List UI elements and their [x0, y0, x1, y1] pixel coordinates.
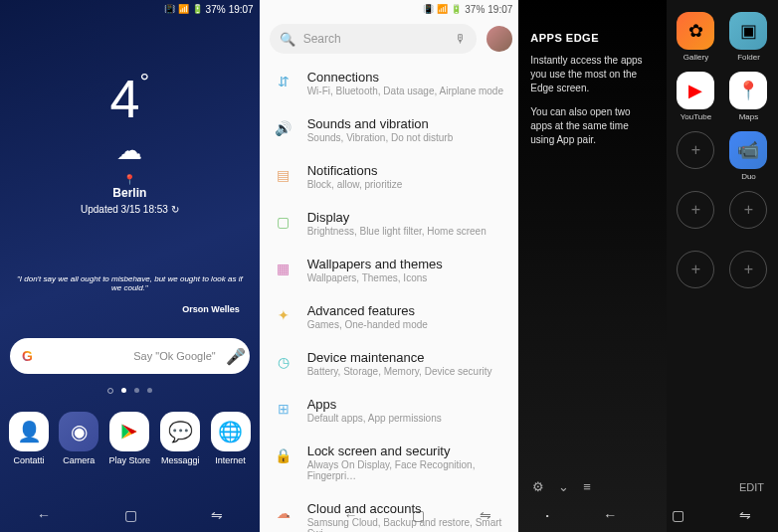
temperature: 4: [110, 69, 140, 128]
edge-apps-panel[interactable]: ✿Gallery▣Folder▶YouTube📍Maps+ 📹Duo+ + + …: [667, 0, 778, 532]
edge-empty-slot[interactable]: +: [673, 131, 719, 181]
battery-icon: 🔋: [451, 4, 462, 14]
internet-icon: 🌐: [211, 412, 251, 451]
menu-icon[interactable]: ≡: [583, 479, 591, 494]
add-icon: +: [677, 131, 714, 169]
settings-item-notifications[interactable]: ▤NotificationsBlock, allow, prioritize: [260, 153, 519, 200]
settings-item-device-maintenance[interactable]: ◷Device maintenanceBattery, Storage, Mem…: [260, 340, 519, 387]
edge-app-maps[interactable]: 📍Maps: [725, 72, 772, 121]
pin-icon: 📍: [123, 174, 135, 185]
camera-icon: ◉: [59, 412, 98, 451]
degree-symbol: °: [140, 68, 150, 94]
settings-search[interactable]: 🔍 Search 🎙: [270, 24, 478, 54]
weather-widget[interactable]: 4° ☁ 📍Berlin Updated 3/15 18:53 ↻: [0, 68, 260, 215]
gear-icon[interactable]: ⚙: [532, 479, 544, 494]
home-button[interactable]: ▢: [412, 507, 425, 523]
settings-item-sub: Always On Display, Face Recognition, Fin…: [307, 459, 505, 481]
back-button[interactable]: ←: [37, 507, 51, 523]
edge-empty-slot[interactable]: +: [673, 191, 719, 241]
chevron-down-icon[interactable]: ⌄: [558, 479, 569, 494]
edge-empty-slot[interactable]: +: [725, 251, 772, 300]
settings-item-icon: 🔒: [274, 445, 293, 465]
settings-item-sub: Block, allow, prioritize: [307, 179, 505, 190]
app-camera[interactable]: ◉Camera: [59, 412, 98, 465]
edit-button[interactable]: EDIT: [739, 481, 764, 493]
nav-bar: • ← ▢ ⇋: [260, 498, 519, 532]
voice-icon[interactable]: 🎙: [455, 32, 467, 46]
edge-desc1: Instantly access the apps you use the mo…: [530, 54, 655, 95]
settings-item-sub: Wi-Fi, Bluetooth, Data usage, Airplane m…: [307, 86, 505, 96]
edge-app-youtube[interactable]: ▶YouTube: [673, 72, 719, 121]
recents-button[interactable]: ⇋: [739, 507, 751, 523]
search-placeholder: Search: [303, 32, 448, 46]
settings-item-sub: Default apps, App permissions: [307, 413, 505, 424]
edge-app-gallery[interactable]: ✿Gallery: [673, 12, 719, 62]
page-dot[interactable]: [121, 388, 126, 393]
settings-item-sub: Brightness, Blue light filter, Home scre…: [307, 226, 505, 237]
settings-item-icon: 🔊: [274, 118, 293, 138]
edge-screen: APPS EDGE Instantly access the apps you …: [518, 0, 778, 532]
edge-empty-slot[interactable]: +: [673, 251, 719, 300]
settings-list[interactable]: ⇵ConnectionsWi-Fi, Bluetooth, Data usage…: [260, 60, 519, 532]
settings-item-title: Sounds and vibration: [307, 116, 505, 131]
edge-title: APPS EDGE: [530, 32, 655, 44]
settings-item-wallpapers-and-themes[interactable]: ▦Wallpapers and themesWallpapers, Themes…: [260, 247, 519, 293]
settings-item-sounds-and-vibration[interactable]: 🔊Sounds and vibrationSounds, Vibration, …: [260, 106, 519, 153]
app-internet[interactable]: 🌐Internet: [211, 412, 251, 465]
edge-app-duo[interactable]: 📹Duo: [725, 131, 772, 181]
page-dot[interactable]: [134, 388, 139, 393]
settings-item-sub: Battery, Storage, Memory, Device securit…: [307, 366, 505, 377]
edge-info-panel: APPS EDGE Instantly access the apps you …: [518, 0, 667, 532]
add-icon: +: [677, 251, 714, 288]
edge-app-label: YouTube: [681, 112, 711, 121]
recents-button[interactable]: ⇋: [211, 507, 223, 523]
updated-time: Updated 3/15 18:53 ↻: [0, 204, 260, 215]
battery-pct: 37%: [206, 4, 226, 15]
settings-item-display[interactable]: ▢DisplayBrightness, Blue light filter, H…: [260, 200, 519, 247]
mic-icon[interactable]: 🎤: [226, 347, 238, 366]
gallery-icon: ✿: [677, 12, 714, 50]
google-search-bar[interactable]: G Say "Ok Google" 🎤: [10, 338, 250, 374]
menu-dot[interactable]: •: [287, 511, 290, 520]
location: Berlin: [112, 186, 146, 200]
signal-icon: 📶: [178, 4, 189, 14]
settings-item-title: Advanced features: [307, 303, 505, 318]
app-play-store[interactable]: Play Store: [109, 412, 151, 465]
app-messaggi[interactable]: 💬Messaggi: [160, 412, 200, 465]
quote-text: "I don't say we all ought to misbehave, …: [0, 274, 260, 292]
edge-desc2: You can also open two apps at the same t…: [530, 105, 655, 147]
settings-item-apps[interactable]: ⊞AppsDefault apps, App permissions: [260, 387, 519, 434]
settings-item-icon: ⊞: [274, 399, 293, 419]
back-button[interactable]: ←: [344, 507, 358, 523]
app-contatti[interactable]: 👤Contatti: [9, 412, 49, 465]
settings-item-icon: ✦: [274, 305, 293, 325]
edge-app-folder[interactable]: ▣Folder: [725, 12, 772, 62]
home-button[interactable]: ▢: [124, 507, 137, 523]
maps-icon: 📍: [729, 72, 767, 109]
settings-item-title: Display: [307, 210, 505, 225]
add-icon: +: [729, 191, 767, 229]
play-store-icon: [109, 412, 149, 451]
home-button[interactable]: ▢: [672, 507, 684, 523]
add-icon: +: [729, 251, 767, 288]
page-dot[interactable]: [147, 388, 152, 393]
status-bar: 📳 📶 🔋 37% 19:07: [260, 0, 519, 18]
settings-item-lock-screen-and-security[interactable]: 🔒Lock screen and securityAlways On Displ…: [260, 434, 519, 491]
back-button[interactable]: ←: [603, 507, 617, 523]
status-bar: [524, 6, 661, 24]
status-bar: 📳 📶 🔋 37% 19:07: [0, 0, 260, 18]
contacts-icon: 👤: [9, 412, 49, 451]
edge-empty-slot[interactable]: +: [725, 191, 772, 241]
home-page-dot[interactable]: [107, 388, 113, 394]
recents-button[interactable]: ⇋: [480, 507, 491, 523]
nav-bar: ← ▢ ⇋: [0, 498, 260, 532]
home-screen: 📳 📶 🔋 37% 19:07 4° ☁ 📍Berlin Updated 3/1…: [0, 0, 260, 532]
settings-item-title: Lock screen and security: [307, 443, 505, 458]
menu-dot[interactable]: •: [546, 511, 549, 520]
quote-author: Orson Welles: [0, 304, 260, 314]
edge-app-label: Gallery: [683, 53, 708, 62]
settings-item-connections[interactable]: ⇵ConnectionsWi-Fi, Bluetooth, Data usage…: [260, 60, 519, 106]
profile-avatar[interactable]: [486, 26, 512, 52]
settings-item-advanced-features[interactable]: ✦Advanced featuresGames, One-handed mode: [260, 293, 519, 340]
settings-item-icon: ▢: [274, 212, 293, 232]
